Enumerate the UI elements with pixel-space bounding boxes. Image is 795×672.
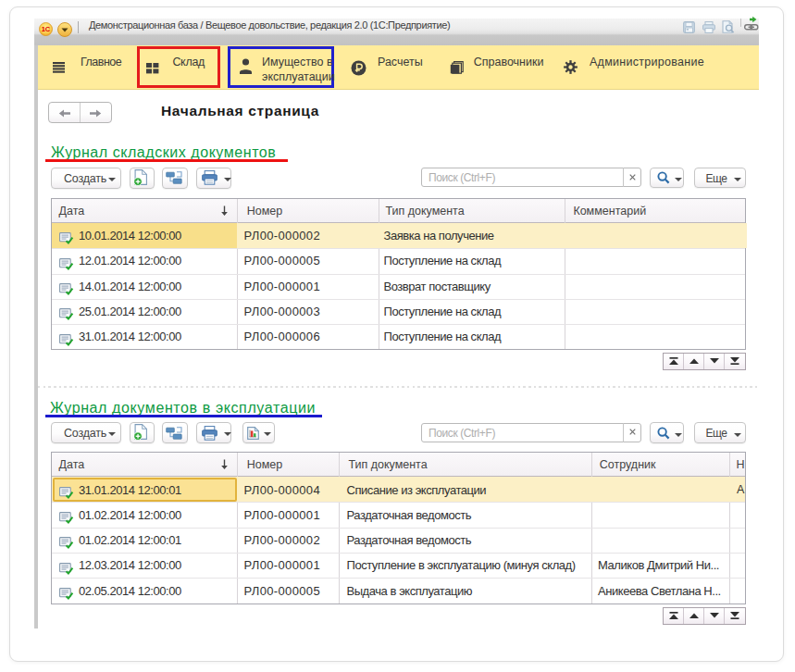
svg-text:1С: 1С — [42, 25, 51, 33]
